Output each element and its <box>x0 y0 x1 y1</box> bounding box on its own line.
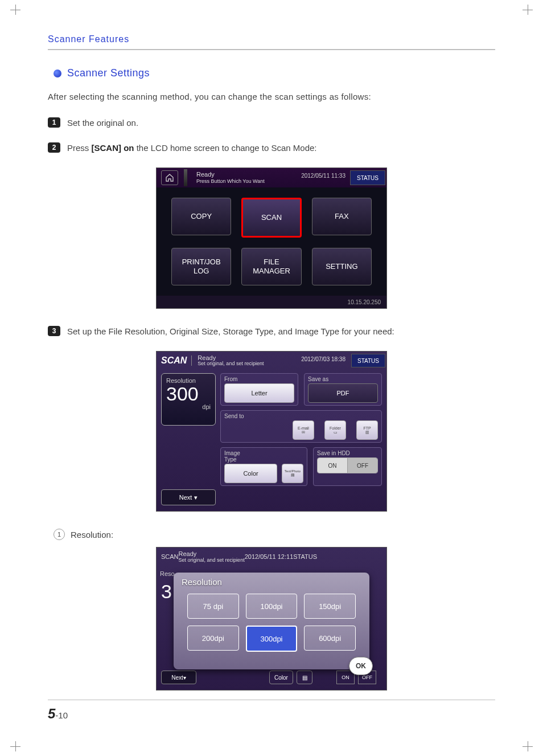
imagetype-label: Image Type <box>224 450 303 463</box>
lcd-scan-screen: SCAN Ready Set original, and set recipie… <box>156 351 387 512</box>
status-sub: Set original, and set recipient <box>198 361 264 367</box>
bg-res-label: Reso <box>160 570 175 577</box>
textphoto-button[interactable]: Text/Photo▤ <box>282 464 303 483</box>
modal-title: Resolution <box>174 573 369 591</box>
resolution-option[interactable]: 75 dpi <box>187 594 239 619</box>
step-text: Press [SCAN] on the LCD home screen to c… <box>67 143 317 153</box>
status-sub: Set original, and set recipient <box>179 557 245 563</box>
ftp-button[interactable]: FTP▥ <box>356 420 378 440</box>
tile-copy[interactable]: COPY <box>171 198 231 235</box>
step-text: Set up the File Resolution, Original Siz… <box>67 326 394 336</box>
hdd-toggle[interactable]: ON OFF <box>317 457 378 473</box>
bg-icon: ▤ <box>297 671 312 684</box>
timestamp: 2012/07/03 18:38 <box>301 356 345 362</box>
status-ready: Ready <box>196 171 265 178</box>
step-1: 1 Set the original on. <box>48 117 495 128</box>
ip-address: 10.15.20.250 <box>157 296 386 308</box>
step-number: 3 <box>48 326 60 336</box>
resolution-option[interactable]: 150dpi <box>304 594 356 619</box>
screen-title: SCAN <box>161 355 192 366</box>
substep-text: Resolution: <box>71 530 113 540</box>
resolution-value: 300 <box>166 384 211 403</box>
resolution-modal: Resolution 75 dpi100dpi150dpi200dpi300dp… <box>174 573 369 669</box>
next-button[interactable]: Next▾ <box>161 489 216 505</box>
folder-button[interactable]: Folder▭ <box>324 420 346 440</box>
resolution-unit: dpi <box>166 403 211 410</box>
status-sub: Press Button Which You Want <box>196 178 265 185</box>
lcd-home-screen: Ready Press Button Which You Want 2012/0… <box>156 167 387 309</box>
tile-scan[interactable]: SCAN <box>241 198 301 238</box>
color-button[interactable]: Color <box>224 464 277 483</box>
substep-1: 1 Resolution: <box>54 529 495 540</box>
step-number: 1 <box>48 117 60 128</box>
resolution-box[interactable]: Resolution 300 dpi <box>161 373 216 426</box>
status-button[interactable]: STATUS <box>351 354 385 367</box>
tile-setting[interactable]: SETTING <box>312 248 372 285</box>
title-text: Scanner Settings <box>67 67 150 79</box>
timestamp: 2012/05/11 11:33 <box>301 173 345 179</box>
folder-icon: ▭ <box>334 430 338 435</box>
sendto-label: Send to <box>224 413 378 419</box>
resolution-option[interactable]: 100dpi <box>246 594 298 619</box>
step-number: 2 <box>48 142 60 153</box>
server-icon: ▥ <box>365 430 369 435</box>
resolution-option[interactable]: 200dpi <box>187 626 239 651</box>
lcd-resolution-modal-screen: SCAN Ready Set original, and set recipie… <box>156 547 387 690</box>
email-button[interactable]: E-mail✉ <box>293 420 314 440</box>
section-header: Scanner Features <box>48 34 495 44</box>
page-title: Scanner Settings <box>54 67 495 79</box>
saveas-value-button[interactable]: PDF <box>308 383 378 403</box>
status-ready: Ready <box>179 550 245 557</box>
home-icon[interactable] <box>161 170 178 185</box>
bg-color: Color <box>269 671 293 684</box>
timestamp: 2012/05/11 12:11 <box>245 553 294 560</box>
tile-filemanager[interactable]: FILE MANAGER <box>241 248 301 285</box>
step-2: 2 Press [SCAN] on the LCD home screen to… <box>48 142 495 153</box>
screen-title: SCAN <box>161 553 179 560</box>
mail-icon: ✉ <box>302 430 305 435</box>
page-footer: 5-10 <box>48 700 495 722</box>
resolution-option[interactable]: 300dpi <box>246 626 298 652</box>
next-button[interactable]: Next ▾ <box>161 671 196 684</box>
header-rule <box>48 49 495 50</box>
page-icon: ▤ <box>291 473 295 477</box>
step-3: 3 Set up the File Resolution, Original S… <box>48 326 495 336</box>
status-button[interactable]: STATUS <box>293 553 317 560</box>
intro-text: After selecting the scanning method, you… <box>48 92 495 101</box>
tile-fax[interactable]: FAX <box>312 198 372 235</box>
saveinhdd-label: Save in HDD <box>317 450 378 456</box>
from-label: From <box>224 376 294 382</box>
from-value-button[interactable]: Letter <box>224 383 294 403</box>
bullet-icon <box>54 70 61 77</box>
chevron-down-icon: ▾ <box>194 494 198 501</box>
bg-res-value: 3 <box>161 581 172 603</box>
ok-button[interactable]: OK <box>349 657 373 675</box>
resolution-option[interactable]: 600dpi <box>304 626 356 651</box>
saveas-label: Save as <box>308 376 378 382</box>
tile-printjob[interactable]: PRINT/JOB LOG <box>171 248 231 285</box>
toggle-on[interactable]: ON <box>318 458 347 473</box>
circled-number-icon: 1 <box>54 529 65 540</box>
toggle-off[interactable]: OFF <box>347 458 377 473</box>
step-text: Set the original on. <box>67 118 138 128</box>
status-button[interactable]: STATUS <box>350 170 385 185</box>
